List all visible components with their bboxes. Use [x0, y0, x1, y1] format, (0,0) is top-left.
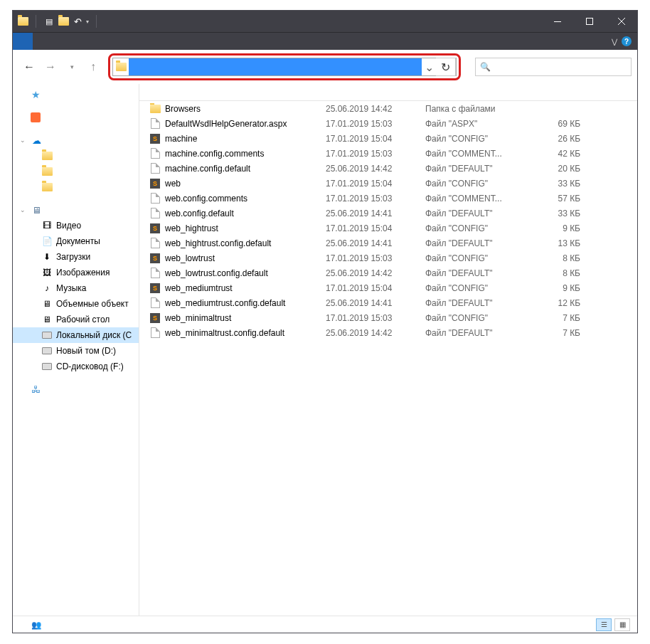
address-highlight: ⌄ ↻	[108, 53, 461, 80]
sidebar-pc-item[interactable]: ♪Музыка	[13, 280, 139, 296]
back-button[interactable]: ←	[18, 56, 40, 78]
sidebar-pc-item[interactable]: CD-дисковод (F:)	[13, 359, 139, 374]
file-list[interactable]: Browsers25.06.2019 14:42Папка с файламиD…	[139, 84, 637, 616]
file-name: machine.config.comments	[165, 149, 264, 159]
sidebar-pc-item[interactable]: Новый том (D:)	[13, 343, 139, 359]
search-box[interactable]: 🔍	[475, 58, 632, 76]
sidebar-od-documents[interactable]	[13, 148, 139, 164]
up-button[interactable]: ↑	[82, 56, 104, 78]
sidebar-network[interactable]: 🖧	[13, 381, 139, 397]
file-tab[interactable]	[13, 33, 33, 50]
file-row[interactable]: web.config.default25.06.2019 14:41Файл "…	[139, 206, 637, 221]
navigation-pane[interactable]: ★ ⌄☁ ⌄🖥 🎞Видео📄Документы⬇Загрузки🖼Изобра…	[13, 84, 139, 616]
file-row[interactable]: web_minimaltrust.config.default25.06.201…	[139, 325, 637, 340]
sidebar-this-pc[interactable]: ⌄🖥	[13, 202, 139, 218]
sublime-icon: S	[149, 133, 161, 144]
address-dropdown-icon[interactable]: ⌄	[422, 60, 436, 74]
address-bar[interactable]: ⌄ ↻	[112, 58, 457, 76]
file-row[interactable]: Smachine17.01.2019 15:04Файл "CONFIG"26 …	[139, 131, 637, 146]
file-date: 17.01.2019 15:04	[321, 134, 421, 144]
sidebar-pc-item[interactable]: Локальный диск (C	[13, 327, 139, 343]
file-row[interactable]: DefaultWsdlHelpGenerator.aspx17.01.2019 …	[139, 116, 637, 131]
file-icon	[149, 208, 161, 219]
close-button[interactable]	[605, 11, 637, 32]
file-name: Browsers	[165, 104, 201, 114]
chevron-down-icon[interactable]: ⌄	[20, 206, 27, 213]
file-row[interactable]: web_mediumtrust.config.default25.06.2019…	[139, 295, 637, 310]
chevron-down-icon[interactable]: ⌄	[20, 137, 27, 144]
file-type: Файл "COMMENT...	[421, 194, 528, 204]
file-row[interactable]: Sweb_lowtrust17.01.2019 15:03Файл "CONFI…	[139, 250, 637, 265]
file-name: web.config.comments	[165, 194, 247, 204]
file-row[interactable]: web_lowtrust.config.default25.06.2019 14…	[139, 265, 637, 280]
sidebar-quick-access[interactable]: ★	[13, 87, 139, 102]
file-row[interactable]: machine.config.default25.06.2019 14:42Фа…	[139, 161, 637, 176]
file-row[interactable]: web.config.comments17.01.2019 15:03Файл …	[139, 191, 637, 206]
sidebar-item-label: Объемные объект	[56, 299, 129, 309]
sidebar-item-label: Изображения	[56, 268, 110, 278]
sidebar-od-pictures[interactable]	[13, 164, 139, 179]
file-row[interactable]: Sweb_mediumtrust17.01.2019 15:04Файл "CO…	[139, 280, 637, 295]
sidebar-od-desktop[interactable]	[13, 179, 139, 195]
file-date: 25.06.2019 14:42	[321, 164, 421, 174]
col-name[interactable]	[145, 88, 321, 97]
file-icon	[149, 118, 161, 130]
folder-icon	[41, 150, 53, 162]
file-name: web_lowtrust	[165, 253, 215, 263]
properties-icon[interactable]: ▤	[43, 16, 55, 27]
sidebar-pc-item[interactable]: 🖥Рабочий стол	[13, 312, 139, 327]
new-folder-icon[interactable]	[58, 16, 69, 27]
sidebar-onedrive[interactable]: ⌄☁	[13, 132, 139, 148]
sidebar-creative-cloud[interactable]	[13, 110, 139, 125]
file-size: 7 КБ	[528, 328, 585, 338]
file-icon	[149, 163, 161, 174]
file-size: 57 КБ	[528, 194, 585, 204]
help-icon[interactable]: ?	[622, 36, 632, 46]
folder-icon	[113, 63, 129, 71]
search-icon: 🔍	[480, 62, 491, 72]
refresh-button[interactable]: ↻	[436, 58, 456, 76]
ribbon: ⋁ ?	[13, 32, 637, 50]
file-size: 20 КБ	[528, 164, 585, 174]
file-name: web	[165, 179, 181, 189]
file-row[interactable]: machine.config.comments17.01.2019 15:03Ф…	[139, 146, 637, 161]
column-headers[interactable]	[139, 84, 637, 101]
file-date: 25.06.2019 14:42	[321, 104, 421, 114]
file-icon	[149, 297, 161, 309]
recent-dropdown[interactable]: ▾	[61, 56, 82, 78]
file-name: web_mediumtrust	[165, 283, 233, 293]
file-row[interactable]: Sweb_minimaltrust17.01.2019 15:03Файл "C…	[139, 310, 637, 325]
tab-view[interactable]	[67, 33, 84, 50]
minimize-button[interactable]	[541, 11, 573, 32]
network-icon: 🖧	[30, 384, 41, 395]
sidebar-item-label: CD-дисковод (F:)	[56, 361, 124, 371]
sidebar-pc-item[interactable]: 🖼Изображения	[13, 265, 139, 280]
file-row[interactable]: Browsers25.06.2019 14:42Папка с файлами	[139, 101, 637, 116]
file-row[interactable]: Sweb_hightrust17.01.2019 15:04Файл "CONF…	[139, 221, 637, 236]
file-size: 9 КБ	[528, 223, 585, 233]
details-view-button[interactable]: ☰	[596, 618, 612, 631]
sidebar-pc-item[interactable]: 📄Документы	[13, 233, 139, 249]
file-size: 13 КБ	[528, 238, 585, 248]
sidebar-pc-item[interactable]: ⬇Загрузки	[13, 249, 139, 265]
tab-share[interactable]	[50, 33, 67, 50]
maximize-button[interactable]	[573, 11, 605, 32]
undo-icon[interactable]: ↶	[72, 16, 83, 27]
forward-button[interactable]: →	[40, 56, 61, 78]
sidebar-pc-item[interactable]: 🎞Видео	[13, 218, 139, 233]
tab-home[interactable]	[33, 33, 50, 50]
qat-dropdown-icon[interactable]: ▾	[86, 19, 89, 25]
file-row[interactable]: Sweb17.01.2019 15:04Файл "CONFIG"33 КБ	[139, 176, 637, 191]
pic-icon: 🖼	[41, 267, 53, 278]
disk-icon	[41, 329, 53, 341]
address-input[interactable]	[129, 58, 422, 75]
icons-view-button[interactable]: ▦	[614, 618, 630, 631]
sidebar-pc-item[interactable]: 🖥Объемные объект	[13, 296, 139, 312]
file-size: 8 КБ	[528, 268, 585, 278]
file-row[interactable]: web_hightrust.config.default25.06.2019 1…	[139, 236, 637, 250]
file-icon	[149, 327, 161, 339]
file-date: 17.01.2019 15:04	[321, 179, 421, 189]
expand-ribbon-icon[interactable]: ⋁	[612, 38, 617, 46]
svg-rect-0	[554, 21, 561, 22]
file-size: 7 КБ	[528, 313, 585, 323]
